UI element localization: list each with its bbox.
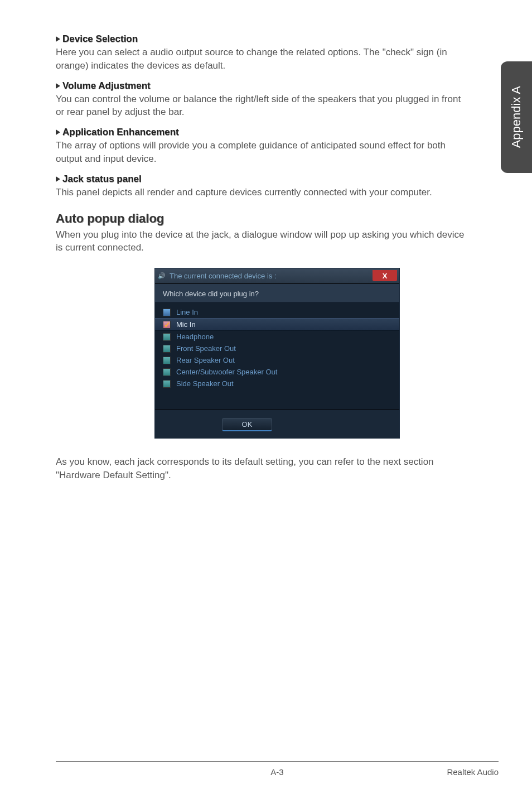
- device-option-front-speaker[interactable]: Front Speaker Out: [155, 343, 399, 354]
- device-label: Side Speaker Out: [176, 379, 234, 388]
- section-body: You can control the volume or balance th…: [56, 93, 468, 119]
- triangle-icon: [56, 36, 60, 42]
- triangle-icon: [56, 176, 60, 182]
- page-number: A-3: [270, 767, 283, 777]
- device-option-mic-in[interactable]: ✓ Mic In: [155, 318, 399, 331]
- dialog-question: Which device did you plug in?: [155, 284, 399, 303]
- section-title: Volume Adjustment: [62, 80, 151, 91]
- device-option-side-speaker[interactable]: Side Speaker Out: [155, 378, 399, 389]
- section-application-enhancement: Application Enhancement The array of opt…: [56, 127, 499, 166]
- jack-icon: [163, 309, 171, 316]
- auto-popup-body: When you plug into the device at the jac…: [56, 228, 468, 255]
- section-title: Device Selection: [62, 33, 138, 44]
- jack-icon: [163, 345, 171, 353]
- device-label: Headphone: [176, 333, 214, 341]
- jack-icon: [163, 333, 171, 341]
- device-label: Front Speaker Out: [176, 344, 236, 353]
- section-title: Jack status panel: [62, 174, 142, 184]
- device-option-rear-speaker[interactable]: Rear Speaker Out: [155, 354, 399, 366]
- side-tab: Appendix A: [501, 61, 532, 173]
- triangle-icon: [56, 129, 60, 135]
- section-body: The array of options will provide you a …: [56, 139, 468, 166]
- jack-icon: ✓: [163, 321, 171, 329]
- dialog-title: The current connected device is :: [170, 272, 277, 280]
- section-body: This panel depicts all render and captur…: [56, 186, 468, 199]
- triangle-icon: [56, 83, 60, 89]
- section-volume-adjustment: Volume Adjustment You can control the vo…: [56, 80, 499, 119]
- device-option-headphone[interactable]: Headphone: [155, 331, 399, 343]
- page-footer: A-3 Realtek Audio: [56, 761, 499, 777]
- footer-section: Realtek Audio: [447, 767, 499, 777]
- section-body: Here you can select a audio output sourc…: [56, 46, 468, 73]
- auto-popup-heading: Auto popup dialog: [56, 211, 499, 226]
- dialog-titlebar: 🔊 The current connected device is : X: [155, 268, 399, 284]
- connected-device-dialog: 🔊 The current connected device is : X Wh…: [154, 268, 400, 439]
- device-label: Line In: [176, 308, 198, 316]
- section-title: Application Enhancement: [62, 127, 179, 137]
- close-button[interactable]: X: [373, 270, 397, 281]
- jack-icon: [163, 357, 171, 364]
- device-label: Mic In: [176, 320, 196, 329]
- jack-icon: [163, 380, 171, 388]
- section-jack-status: Jack status panel This panel depicts all…: [56, 174, 499, 199]
- device-label: Rear Speaker Out: [176, 356, 235, 364]
- ok-button[interactable]: OK: [222, 418, 272, 431]
- after-dialog-text: As you know, each jack corresponds to it…: [56, 455, 468, 482]
- speaker-icon: 🔊: [157, 272, 166, 281]
- device-option-line-in[interactable]: Line In: [155, 306, 399, 318]
- section-device-selection: Device Selection Here you can select a a…: [56, 33, 499, 73]
- check-icon: ✓: [164, 320, 171, 329]
- jack-icon: [163, 368, 171, 376]
- device-option-center-subwoofer[interactable]: Center/Subwoofer Speaker Out: [155, 366, 399, 378]
- dialog-footer: OK: [155, 410, 399, 438]
- side-tab-label: Appendix A: [509, 86, 524, 148]
- device-list: Line In ✓ Mic In Headphone Front Speaker…: [155, 303, 399, 410]
- device-label: Center/Subwoofer Speaker Out: [176, 368, 277, 376]
